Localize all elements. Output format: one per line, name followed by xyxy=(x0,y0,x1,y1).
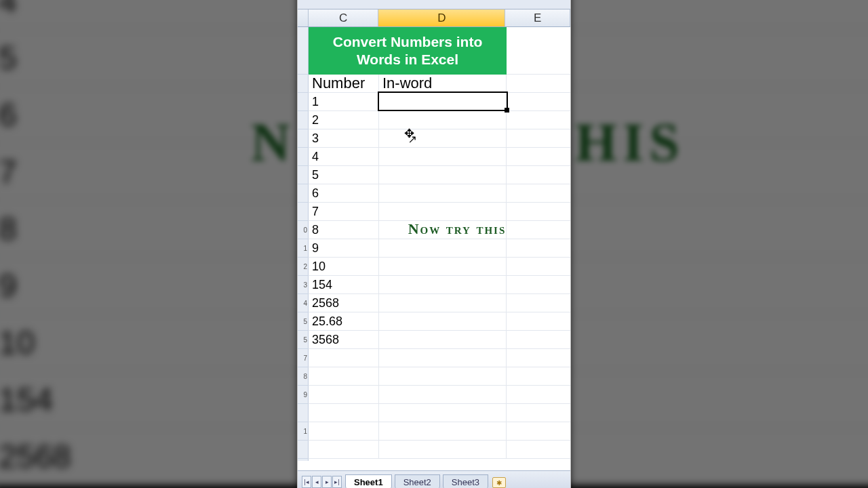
cell-number[interactable]: 8 xyxy=(309,221,379,239)
tab-nav-next[interactable]: ▸ xyxy=(322,476,332,488)
cell[interactable] xyxy=(379,367,507,386)
cell[interactable] xyxy=(507,203,571,221)
cell-number[interactable]: 2 xyxy=(309,111,379,129)
cell[interactable] xyxy=(379,294,507,312)
cell[interactable] xyxy=(379,184,507,203)
row-header[interactable]: 8 xyxy=(298,367,309,386)
cell[interactable] xyxy=(507,386,571,404)
row-header[interactable]: 5 xyxy=(298,331,309,349)
cell[interactable] xyxy=(379,276,507,294)
row-header[interactable] xyxy=(298,166,309,184)
row-header[interactable] xyxy=(298,111,309,129)
header-inword[interactable]: In-word xyxy=(379,75,507,93)
cell[interactable] xyxy=(379,312,507,331)
cell[interactable] xyxy=(309,349,379,367)
row-header[interactable] xyxy=(298,27,309,75)
cell[interactable] xyxy=(379,111,507,129)
cell[interactable] xyxy=(507,111,571,129)
cell[interactable] xyxy=(309,441,379,459)
cell[interactable] xyxy=(507,148,571,166)
cell[interactable] xyxy=(379,331,507,349)
column-header-e[interactable]: E xyxy=(505,9,570,26)
cell[interactable] xyxy=(507,27,571,75)
tab-nav-first[interactable]: |◂ xyxy=(302,476,311,488)
row-header[interactable] xyxy=(298,203,309,221)
cell-number[interactable]: 10 xyxy=(309,258,379,276)
cell[interactable] xyxy=(507,129,571,148)
row-header[interactable]: 2 xyxy=(298,258,309,276)
column-header-c[interactable]: C xyxy=(309,9,378,26)
row-header[interactable]: 1 xyxy=(298,422,309,441)
cell[interactable] xyxy=(309,367,379,386)
cell[interactable] xyxy=(507,239,571,258)
cell[interactable] xyxy=(379,349,507,367)
row-header[interactable] xyxy=(298,404,309,422)
cell[interactable] xyxy=(507,422,571,441)
cell-number[interactable]: 6 xyxy=(309,184,379,203)
select-all-corner[interactable] xyxy=(298,9,309,26)
cell[interactable] xyxy=(507,441,571,459)
cell[interactable] xyxy=(379,239,507,258)
cell-number[interactable]: 7 xyxy=(309,203,379,221)
cell[interactable] xyxy=(507,166,571,184)
title-banner[interactable]: Convert Numbers into Words in Excel xyxy=(309,27,507,75)
cell-number[interactable]: 1 xyxy=(309,93,379,111)
sheet-tab-3[interactable]: Sheet3 xyxy=(443,474,488,488)
cell[interactable] xyxy=(379,422,507,441)
cell[interactable] xyxy=(507,184,571,203)
cell-number[interactable]: 2568 xyxy=(309,294,379,312)
header-number[interactable]: Number xyxy=(309,75,379,93)
row-header[interactable]: 9 xyxy=(298,386,309,404)
cell-number[interactable]: 154 xyxy=(309,276,379,294)
row-header[interactable] xyxy=(298,184,309,203)
row-header[interactable]: 0 xyxy=(298,221,309,239)
worksheet-grid[interactable]: 0 1 2 3 4 5 5 7 8 9 1 Convert Numbers in… xyxy=(298,27,570,461)
cell-number[interactable]: 3 xyxy=(309,129,379,148)
cell[interactable] xyxy=(309,386,379,404)
cell[interactable] xyxy=(379,129,507,148)
row-header[interactable] xyxy=(298,129,309,148)
cell-number[interactable]: 4 xyxy=(309,148,379,166)
row-header[interactable]: 1 xyxy=(298,239,309,258)
cell[interactable] xyxy=(309,422,379,441)
cell[interactable] xyxy=(379,386,507,404)
cell-number[interactable]: 25.68 xyxy=(309,312,379,331)
tab-nav-last[interactable]: ▸| xyxy=(332,476,342,488)
cell[interactable] xyxy=(507,367,571,386)
cell[interactable] xyxy=(507,349,571,367)
row-header[interactable]: 3 xyxy=(298,276,309,294)
cell[interactable] xyxy=(507,331,571,349)
cell-number[interactable]: 3568 xyxy=(309,331,379,349)
cell[interactable] xyxy=(507,404,571,422)
row-header[interactable] xyxy=(298,75,309,93)
tab-nav-prev[interactable]: ◂ xyxy=(312,476,321,488)
row-header[interactable] xyxy=(298,148,309,166)
cell[interactable] xyxy=(507,93,571,111)
bg-cell xyxy=(570,314,868,371)
cell[interactable] xyxy=(379,258,507,276)
column-header-d[interactable]: D xyxy=(378,9,505,26)
cell[interactable] xyxy=(309,404,379,422)
cell[interactable] xyxy=(507,258,571,276)
cell[interactable] xyxy=(379,441,507,459)
row-header[interactable]: 5 xyxy=(298,312,309,331)
fill-handle[interactable] xyxy=(505,108,509,113)
cell[interactable] xyxy=(507,312,571,331)
row-header[interactable]: 7 xyxy=(298,349,309,367)
row-header[interactable] xyxy=(298,93,309,111)
cell[interactable] xyxy=(379,166,507,184)
cell[interactable] xyxy=(379,404,507,422)
cell[interactable] xyxy=(507,294,571,312)
cell-number[interactable]: 5 xyxy=(309,166,379,184)
cell[interactable] xyxy=(507,276,571,294)
insert-sheet-icon[interactable]: ✱ xyxy=(492,477,506,488)
row-header[interactable]: 4 xyxy=(298,294,309,312)
cell-number[interactable]: 9 xyxy=(309,239,379,258)
cell[interactable] xyxy=(379,203,507,221)
active-cell-selection[interactable] xyxy=(378,92,508,111)
sheet-tab-2[interactable]: Sheet2 xyxy=(395,474,440,488)
row-header[interactable] xyxy=(298,441,309,459)
cell[interactable] xyxy=(507,75,571,93)
sheet-tab-1[interactable]: Sheet1 xyxy=(345,474,392,488)
cell[interactable] xyxy=(379,148,507,166)
